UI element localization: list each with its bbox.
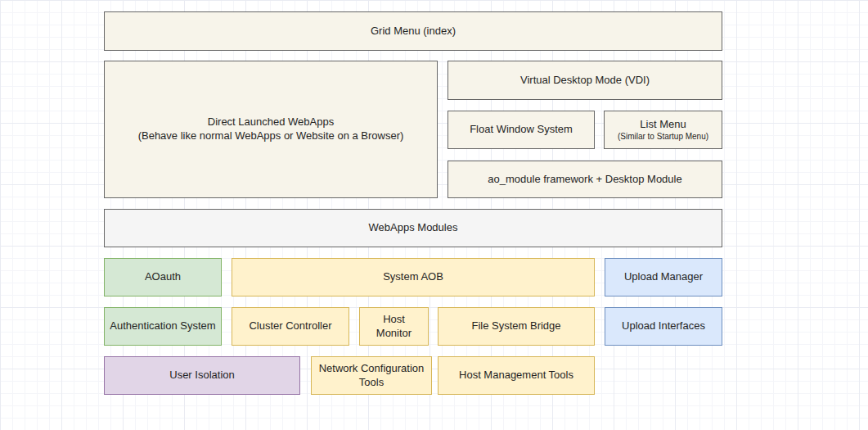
upload-manager-box: Upload Manager [605, 258, 722, 296]
webapps-modules-label: WebApps Modules [369, 221, 458, 235]
cluster-controller-label: Cluster Controller [249, 319, 331, 333]
upload-manager-label: Upload Manager [624, 270, 703, 284]
authentication-system-label: Authentication System [110, 319, 215, 333]
user-isolation-label: User Isolation [169, 369, 234, 382]
direct-launched-webapps-box: Direct Launched WebApps (Behave like nor… [104, 61, 438, 198]
authentication-system-box: Authentication System [104, 307, 222, 346]
file-system-bridge-label: File System Bridge [471, 319, 560, 333]
host-management-tools-label: Host Management Tools [459, 369, 573, 382]
aoauth-label: AOauth [145, 270, 181, 284]
grid-menu-label: Grid Menu (index) [371, 25, 456, 38]
direct-launched-webapps-subtitle: (Behave like normal WebApps or Website o… [138, 129, 404, 143]
ao-module-framework-label: ao_module framework + Desktop Module [488, 173, 681, 187]
virtual-desktop-mode-label: Virtual Desktop Mode (VDI) [520, 74, 650, 88]
system-aob-label: System AOB [383, 270, 443, 284]
user-isolation-box: User Isolation [104, 356, 300, 395]
list-menu-title: List Menu [640, 118, 686, 132]
aoauth-box: AOauth [104, 258, 222, 296]
system-aob-box: System AOB [232, 258, 595, 296]
network-configuration-tools-label: Network Configuration Tools [317, 362, 426, 390]
host-management-tools-box: Host Management Tools [438, 356, 595, 395]
grid-menu-box: Grid Menu (index) [104, 11, 722, 51]
direct-launched-webapps-title: Direct Launched WebApps [208, 115, 334, 129]
host-monitor-label: Host Monitor [365, 313, 423, 341]
webapps-modules-box: WebApps Modules [104, 209, 722, 247]
cluster-controller-box: Cluster Controller [232, 307, 349, 346]
float-window-system-label: Float Window System [470, 123, 573, 137]
file-system-bridge-box: File System Bridge [438, 307, 595, 346]
list-menu-box: List Menu (Similar to Startup Menu) [604, 111, 722, 149]
network-configuration-tools-box: Network Configuration Tools [311, 356, 432, 395]
upload-interfaces-label: Upload Interfaces [622, 319, 705, 333]
diagram-canvas: Grid Menu (index) Direct Launched WebApp… [0, 0, 868, 430]
float-window-system-box: Float Window System [447, 111, 595, 149]
virtual-desktop-mode-box: Virtual Desktop Mode (VDI) [447, 61, 722, 100]
ao-module-framework-box: ao_module framework + Desktop Module [447, 161, 722, 198]
host-monitor-box: Host Monitor [359, 307, 429, 346]
list-menu-subtitle: (Similar to Startup Menu) [618, 131, 708, 142]
upload-interfaces-box: Upload Interfaces [605, 307, 722, 346]
